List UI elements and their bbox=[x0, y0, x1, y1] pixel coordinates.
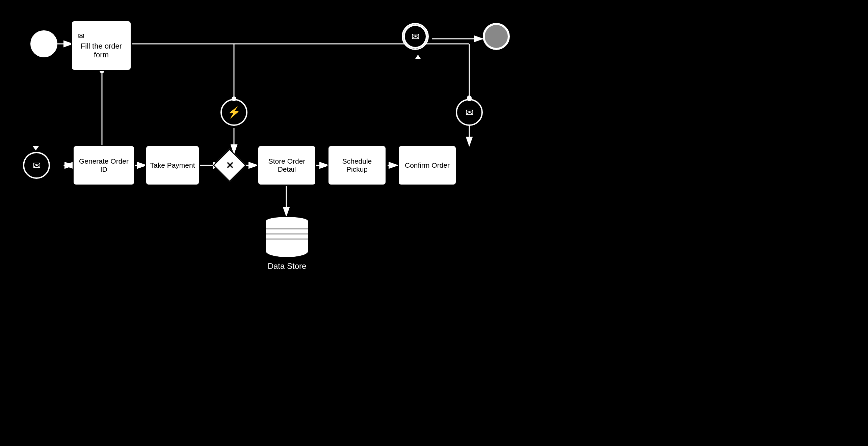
generate-order-id-task[interactable]: Generate Order ID bbox=[73, 145, 135, 186]
end-event[interactable] bbox=[483, 23, 510, 50]
store-order-detail-task[interactable]: Store Order Detail bbox=[257, 145, 316, 186]
take-payment-task[interactable]: Take Payment bbox=[145, 145, 200, 186]
data-store[interactable]: Data Store bbox=[265, 216, 309, 271]
fill-order-form-task[interactable]: ✉ Fill the order form bbox=[71, 20, 132, 71]
confirm-order-task[interactable]: Confirm Order bbox=[398, 145, 457, 186]
top-intermediate-message-event[interactable]: ✉ bbox=[402, 23, 429, 50]
right-envelope-icon: ✉ bbox=[466, 107, 473, 118]
data-store-label: Data Store bbox=[268, 261, 307, 271]
store-order-detail-label: Store Order Detail bbox=[262, 157, 312, 173]
intermediate-lightning-event[interactable]: ⚡ bbox=[220, 99, 247, 126]
gateway[interactable]: ✕ bbox=[218, 154, 241, 177]
start-event[interactable] bbox=[30, 30, 57, 57]
left-envelope-icon: ✉ bbox=[33, 160, 41, 171]
left-message-event[interactable]: ✉ bbox=[23, 152, 50, 179]
gateway-icon: ✕ bbox=[226, 160, 234, 171]
top-envelope-icon: ✉ bbox=[412, 31, 419, 42]
generate-order-id-label: Generate Order ID bbox=[77, 157, 131, 173]
fill-order-form-label: Fill the order form bbox=[75, 42, 127, 59]
take-payment-label: Take Payment bbox=[150, 161, 195, 169]
right-intermediate-message-event[interactable]: ✉ bbox=[456, 99, 483, 126]
schedule-pickup-task[interactable]: Schedule Pickup bbox=[327, 145, 387, 186]
bpmn-diagram: ✉ Fill the order form ✉ ⚡ bbox=[0, 0, 868, 446]
lightning-icon: ⚡ bbox=[227, 106, 241, 119]
confirm-order-label: Confirm Order bbox=[405, 161, 450, 169]
schedule-pickup-label: Schedule Pickup bbox=[332, 157, 382, 173]
task-mail-icon: ✉ bbox=[78, 32, 84, 40]
